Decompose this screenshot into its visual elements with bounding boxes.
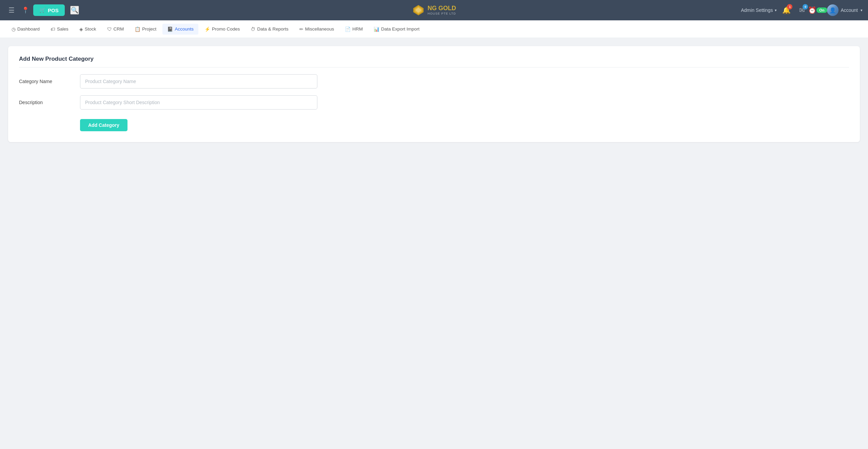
clock-icon: ⏰ bbox=[808, 6, 816, 14]
admin-settings-chevron-icon: ▾ bbox=[775, 8, 777, 13]
logo-diamond-icon bbox=[412, 4, 425, 17]
description-input[interactable] bbox=[80, 95, 317, 110]
location-icon: 📍 bbox=[22, 6, 29, 14]
sidebar-item-data-reports[interactable]: ⏱ Data & Reports bbox=[246, 24, 293, 35]
category-name-input[interactable] bbox=[80, 74, 317, 89]
description-label: Description bbox=[19, 100, 73, 105]
data-reports-icon: ⏱ bbox=[251, 26, 255, 32]
online-status-badge: On bbox=[816, 7, 827, 13]
pos-icon: 🛒 bbox=[39, 7, 46, 13]
sidebar-item-dashboard-label: Dashboard bbox=[17, 26, 40, 32]
hamburger-button[interactable]: ☰ bbox=[5, 4, 18, 16]
promo-codes-icon: ⚡ bbox=[204, 26, 210, 32]
sidebar-item-project[interactable]: 📋 Project bbox=[130, 24, 161, 35]
hamburger-icon: ☰ bbox=[8, 6, 15, 14]
admin-settings-button[interactable]: Admin Settings ▾ bbox=[741, 7, 777, 13]
sidebar-item-sales-label: Sales bbox=[57, 26, 68, 32]
logo-subtitle: HOUSE PTE LTD bbox=[428, 12, 456, 15]
sidebar-item-data-reports-label: Data & Reports bbox=[257, 26, 288, 32]
sidebar-item-stock[interactable]: ◈ Stock bbox=[75, 24, 101, 35]
pos-button[interactable]: 🛒 POS bbox=[33, 4, 65, 16]
nav-right-section: Admin Settings ▾ 🔔 1 ✉ 0 ⏰ On 👤 Account … bbox=[741, 4, 863, 16]
clock-button[interactable]: ⏰ On bbox=[811, 4, 824, 16]
admin-settings-label: Admin Settings bbox=[741, 7, 773, 13]
sidebar-item-promo-codes-label: Promo Codes bbox=[212, 26, 240, 32]
form-title: Add New Product Category bbox=[19, 56, 849, 67]
account-chevron-icon: ▾ bbox=[861, 8, 863, 13]
logo-name: NG GOLD bbox=[428, 5, 456, 12]
avatar-image: 👤 bbox=[827, 4, 839, 16]
sidebar-item-crm-label: CRM bbox=[114, 26, 124, 32]
sidebar-item-hrm-label: HRM bbox=[352, 26, 363, 32]
sidebar-item-sales[interactable]: 🏷 Sales bbox=[46, 24, 73, 35]
pos-label: POS bbox=[48, 7, 59, 13]
sidebar-item-promo-codes[interactable]: ⚡ Promo Codes bbox=[200, 24, 245, 35]
crm-icon: 🛡 bbox=[107, 26, 112, 32]
miscellaneous-icon: ✏ bbox=[299, 26, 303, 32]
category-name-row: Category Name bbox=[19, 74, 849, 89]
add-category-button[interactable]: Add Category bbox=[80, 119, 127, 131]
top-navigation: ☰ 📍 🛒 POS 🔍 NG GOLD HOUSE PTE LTD Admin … bbox=[0, 0, 868, 20]
sidebar-item-accounts-label: Accounts bbox=[175, 26, 194, 32]
sidebar-item-data-export-import[interactable]: 📊 Data Export Import bbox=[369, 24, 424, 35]
avatar: 👤 bbox=[827, 4, 839, 16]
sidebar-item-accounts[interactable]: 📓 Accounts bbox=[162, 24, 198, 35]
logo-text-block: NG GOLD HOUSE PTE LTD bbox=[428, 5, 456, 15]
dashboard-icon: ◷ bbox=[12, 26, 16, 32]
sidebar-item-crm[interactable]: 🛡 CRM bbox=[102, 24, 129, 35]
sales-icon: 🏷 bbox=[51, 26, 55, 32]
notifications-button[interactable]: 🔔 1 bbox=[780, 4, 792, 16]
main-content: Add New Product Category Category Name D… bbox=[0, 38, 868, 449]
project-icon: 📋 bbox=[135, 26, 140, 32]
accounts-icon: 📓 bbox=[167, 26, 173, 32]
sidebar-item-dashboard[interactable]: ◷ Dashboard bbox=[7, 24, 44, 35]
account-button[interactable]: 👤 Account ▾ bbox=[827, 4, 863, 16]
hrm-icon: 📄 bbox=[345, 26, 351, 32]
category-name-label: Category Name bbox=[19, 79, 73, 84]
logo: NG GOLD HOUSE PTE LTD bbox=[412, 4, 456, 17]
notification-badge: 1 bbox=[787, 4, 792, 9]
mail-button[interactable]: ✉ 0 bbox=[796, 4, 808, 16]
sidebar-item-stock-label: Stock bbox=[85, 26, 96, 32]
data-export-import-icon: 📊 bbox=[374, 26, 379, 32]
description-row: Description bbox=[19, 95, 849, 110]
sidebar-item-data-export-import-label: Data Export Import bbox=[381, 26, 419, 32]
sidebar-item-hrm[interactable]: 📄 HRM bbox=[340, 24, 368, 35]
sidebar-item-project-label: Project bbox=[142, 26, 156, 32]
mail-badge: 0 bbox=[803, 4, 808, 9]
search-button[interactable]: 🔍 bbox=[70, 6, 79, 15]
secondary-navigation: ◷ Dashboard 🏷 Sales ◈ Stock 🛡 CRM 📋 Proj… bbox=[0, 20, 868, 38]
button-row: Add Category bbox=[80, 116, 849, 131]
stock-icon: ◈ bbox=[79, 26, 83, 32]
account-label: Account bbox=[841, 7, 858, 13]
sidebar-item-miscellaneous-label: Miscellaneous bbox=[305, 26, 334, 32]
sidebar-item-miscellaneous[interactable]: ✏ Miscellaneous bbox=[295, 24, 339, 35]
add-product-category-card: Add New Product Category Category Name D… bbox=[8, 46, 860, 142]
